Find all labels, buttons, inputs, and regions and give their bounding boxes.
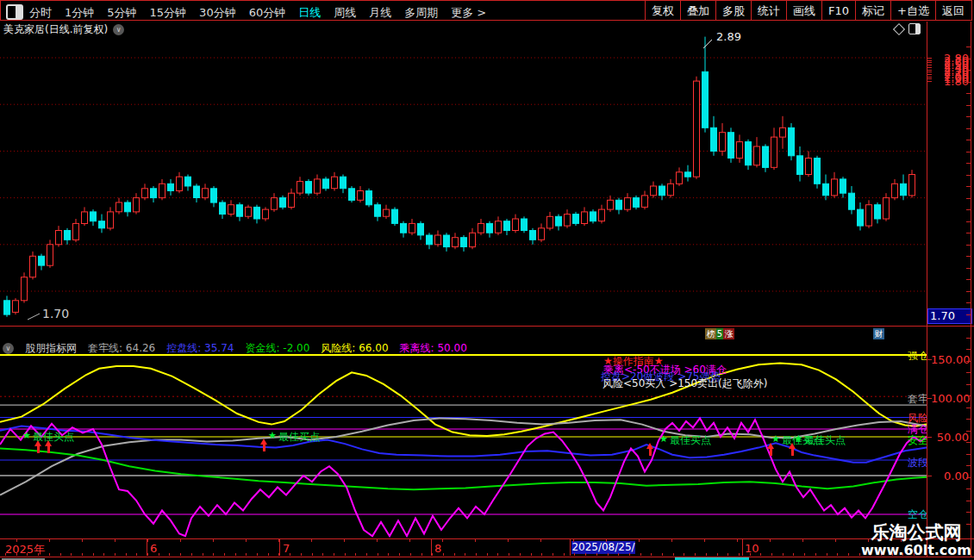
period-15分钟[interactable]: 15分钟 bbox=[150, 5, 187, 21]
tick-mark bbox=[608, 553, 609, 556]
toolbar-button-画线[interactable]: 画线 bbox=[786, 1, 821, 21]
tick-mark bbox=[966, 314, 971, 315]
tick-mark bbox=[268, 553, 269, 556]
tick-mark bbox=[355, 553, 356, 556]
zone-label-强仓: 强仓 bbox=[908, 350, 927, 361]
buy-star-icon: ★ bbox=[22, 431, 31, 440]
tick-mark bbox=[966, 209, 971, 210]
tick-mark bbox=[147, 553, 148, 556]
chevron-down-icon[interactable]: ∨ bbox=[3, 343, 14, 354]
tick-mark bbox=[966, 477, 971, 478]
tick-mark bbox=[966, 152, 971, 152]
tick-mark bbox=[553, 553, 553, 556]
zone-label-clip: 风险 bbox=[908, 411, 927, 423]
watermark-site-name: 乐淘公式网 bbox=[858, 522, 974, 543]
tick-mark bbox=[432, 553, 433, 556]
tick-mark bbox=[966, 279, 971, 280]
event-badge-5[interactable]: 5 bbox=[716, 328, 723, 339]
tick-mark bbox=[476, 553, 477, 556]
event-badge-财[interactable]: 财 bbox=[873, 328, 884, 339]
tick-mark bbox=[388, 553, 389, 556]
tick-mark bbox=[927, 359, 932, 360]
watermark: 乐淘公式网 www.60lt.com bbox=[858, 522, 974, 558]
tick-mark bbox=[345, 553, 346, 556]
toolbar-button-+自选[interactable]: +自选 bbox=[890, 1, 935, 21]
tick-mark bbox=[180, 539, 181, 542]
tick-mark bbox=[966, 47, 971, 47]
month-separator bbox=[742, 539, 743, 556]
tick-mark bbox=[136, 553, 137, 556]
tick-mark bbox=[203, 553, 203, 556]
tick-mark bbox=[126, 553, 127, 556]
split-window-icon[interactable] bbox=[6, 4, 23, 20]
tick-mark bbox=[684, 553, 684, 556]
tick-mark bbox=[966, 338, 971, 339]
period-1分钟[interactable]: 1分钟 bbox=[65, 5, 94, 21]
tick-mark bbox=[278, 539, 279, 542]
period-周线[interactable]: 周线 bbox=[334, 5, 356, 21]
tick-mark bbox=[38, 553, 39, 556]
tick-mark bbox=[671, 539, 672, 542]
tick-mark bbox=[966, 408, 971, 408]
tick-mark bbox=[421, 553, 422, 556]
tick-mark bbox=[5, 553, 6, 556]
period-60分钟[interactable]: 60分钟 bbox=[249, 5, 286, 21]
tick-mark bbox=[115, 553, 116, 556]
candlestick-chart[interactable] bbox=[0, 33, 927, 326]
period-menu: 分时1分钟5分钟15分钟30分钟60分钟日线周线月线多周期更多 > bbox=[29, 5, 486, 21]
tick-mark bbox=[966, 442, 971, 443]
toolbar-button-标记[interactable]: 标记 bbox=[855, 1, 890, 21]
tick-mark bbox=[827, 553, 827, 556]
toolbar-button-多股[interactable]: 多股 bbox=[715, 1, 751, 21]
tick-mark bbox=[706, 553, 707, 556]
tick-mark bbox=[966, 186, 971, 187]
toolbar-button-统计[interactable]: 统计 bbox=[751, 1, 786, 21]
period-月线[interactable]: 月线 bbox=[369, 5, 391, 21]
tick-mark bbox=[966, 302, 971, 303]
tick-mark bbox=[224, 553, 225, 556]
axis-bottom-border bbox=[0, 557, 974, 557]
guide-line-3: 风险<50买入 >150卖出(起飞除外) bbox=[603, 378, 767, 389]
up-arrow-icon bbox=[767, 443, 775, 456]
period-5分钟[interactable]: 5分钟 bbox=[107, 5, 136, 21]
toolbar-buttons: 复权叠加多股统计画线F10标记+自选返回 bbox=[645, 1, 971, 21]
selected-date-box[interactable]: 2025/08/25/— bbox=[571, 541, 635, 554]
tick-mark bbox=[927, 81, 932, 82]
toolbar-button-返回[interactable]: 返回 bbox=[935, 1, 971, 21]
tick-mark bbox=[815, 553, 816, 556]
buy-point-label-5: 最佳头点 bbox=[804, 435, 846, 445]
buy-point-label-2: 最佳买点 bbox=[278, 432, 320, 442]
tick-mark bbox=[366, 553, 367, 556]
buy-point-label-3: 最佳买点 bbox=[670, 435, 711, 445]
panel-tick-50.00: 50.00 bbox=[931, 431, 969, 444]
zone-label-空仓: 空仓 bbox=[908, 508, 927, 520]
toolbar-button-叠加[interactable]: 叠加 bbox=[680, 1, 715, 21]
toolbar: 分时1分钟5分钟15分钟30分钟60分钟日线周线月线多周期更多 > 复权叠加多股… bbox=[0, 0, 972, 21]
low-price-annotation: 1.70 bbox=[42, 307, 69, 320]
tick-mark bbox=[487, 553, 488, 556]
up-arrow-icon bbox=[45, 440, 53, 453]
chart-divider bbox=[0, 326, 974, 327]
tick-mark bbox=[629, 553, 630, 556]
tick-mark bbox=[966, 82, 971, 83]
period-更多 >[interactable]: 更多 > bbox=[451, 5, 486, 21]
period-日线[interactable]: 日线 bbox=[298, 5, 321, 21]
tick-mark bbox=[966, 349, 971, 350]
right-axis-border bbox=[927, 22, 927, 557]
tick-mark bbox=[71, 553, 72, 556]
low-axis-highlight: 1.70 bbox=[927, 308, 972, 324]
period-30分钟[interactable]: 30分钟 bbox=[199, 5, 236, 21]
event-badge-榜[interactable]: 榜 bbox=[705, 328, 716, 339]
tick-mark bbox=[257, 553, 258, 556]
tick-mark bbox=[966, 372, 971, 373]
toolbar-button-F10[interactable]: F10 bbox=[821, 1, 855, 21]
period-分时[interactable]: 分时 bbox=[29, 5, 52, 21]
period-多周期[interactable]: 多周期 bbox=[404, 5, 438, 21]
buy-star-icon: ★ bbox=[659, 434, 668, 444]
event-badge-涨[interactable]: 涨 bbox=[723, 328, 734, 339]
toolbar-button-复权[interactable]: 复权 bbox=[645, 1, 680, 21]
tick-mark bbox=[760, 553, 761, 556]
zone-label-套牢: 套牢 bbox=[908, 393, 927, 404]
tick-mark bbox=[82, 553, 83, 556]
tick-mark bbox=[573, 539, 574, 542]
